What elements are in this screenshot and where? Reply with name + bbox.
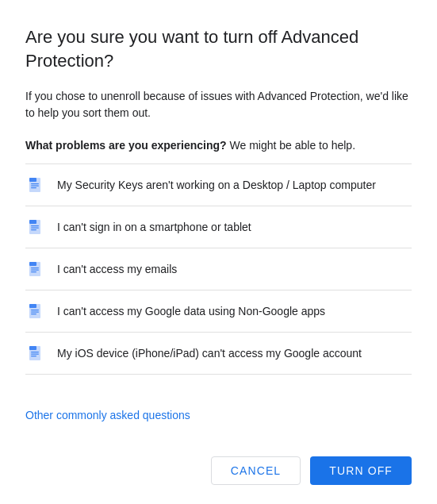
item-text: I can't access my Google data using Non-… [57, 304, 325, 320]
item-text: My Security Keys aren't working on a Des… [57, 178, 376, 194]
svg-rect-23 [31, 354, 39, 355]
svg-rect-4 [31, 187, 36, 188]
item-text: I can't access my emails [57, 262, 177, 278]
svg-rect-2 [31, 183, 39, 184]
item-text: I can't sign in on a smartphone or table… [57, 220, 251, 236]
list-item[interactable]: My iOS device (iPhone/iPad) can't access… [25, 333, 412, 375]
button-row: CANCEL TURN OFF [25, 450, 412, 485]
dialog-question: What problems are you experiencing? We m… [25, 137, 412, 154]
dialog-subtitle: If you chose to unenroll because of issu… [25, 88, 412, 121]
list-item[interactable]: I can't access my Google data using Non-… [25, 290, 412, 333]
svg-rect-3 [31, 186, 39, 187]
doc-icon [25, 175, 44, 194]
list-item[interactable]: I can't sign in on a smartphone or table… [25, 206, 412, 248]
other-questions-link[interactable]: Other commonly asked questions [25, 409, 412, 421]
svg-rect-7 [31, 225, 39, 226]
doc-icon [25, 260, 44, 279]
svg-rect-22 [31, 352, 39, 352]
doc-icon [25, 302, 44, 321]
turn-off-button[interactable]: TURN OFF [310, 456, 412, 485]
doc-icon [25, 344, 44, 363]
svg-rect-16 [29, 304, 36, 308]
svg-rect-1 [29, 178, 36, 182]
cancel-button[interactable]: CANCEL [211, 456, 301, 485]
list-item[interactable]: I can't access my emails [25, 248, 412, 290]
svg-rect-11 [29, 262, 36, 266]
dialog-container: Are you sure you want to turn off Advanc… [0, 0, 437, 504]
svg-rect-12 [31, 267, 39, 268]
svg-rect-14 [31, 271, 36, 272]
dialog-title: Are you sure you want to turn off Advanc… [25, 25, 406, 72]
question-bold: What problems are you experiencing? [25, 139, 227, 152]
svg-rect-21 [29, 346, 36, 350]
list-item[interactable]: My Security Keys aren't working on a Des… [25, 164, 412, 206]
svg-rect-6 [29, 220, 36, 224]
item-text: My iOS device (iPhone/iPad) can't access… [57, 346, 362, 362]
svg-rect-19 [31, 314, 36, 314]
svg-rect-18 [31, 312, 39, 313]
svg-rect-24 [31, 356, 36, 356]
problem-list: My Security Keys aren't working on a Des… [25, 164, 412, 390]
svg-rect-8 [31, 228, 39, 229]
question-rest: We might be able to help. [227, 139, 355, 152]
svg-rect-17 [31, 310, 39, 310]
doc-icon [25, 217, 44, 237]
svg-rect-9 [31, 229, 36, 230]
svg-rect-13 [31, 270, 39, 271]
